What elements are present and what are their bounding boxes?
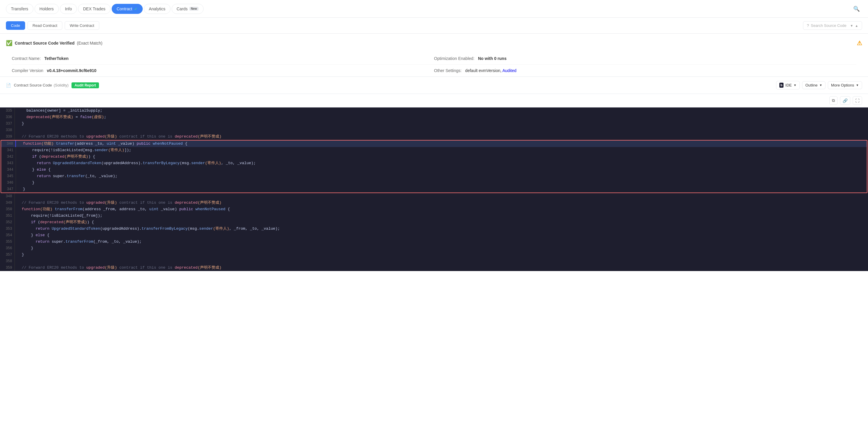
top-navigation: Transfers Holders Info DEX Trades Contra… bbox=[0, 0, 868, 18]
tab-info-label: Info bbox=[65, 6, 72, 11]
contract-verified-icon: ✓ bbox=[134, 6, 138, 11]
audit-report-button[interactable]: Audit Report bbox=[71, 83, 99, 88]
contract-name-col: Contract Name: TetherToken bbox=[12, 56, 434, 61]
write-contract-button[interactable]: Write Contract bbox=[65, 21, 99, 30]
settings-label: Other Settings: bbox=[434, 68, 462, 73]
verified-badge: ✅ Contract Source Code Verified (Exact M… bbox=[6, 39, 862, 46]
settings-value: default evmVersion, Audited bbox=[465, 68, 517, 73]
code-line-354: 354 } else { bbox=[0, 232, 868, 238]
exact-match-text: (Exact Match) bbox=[77, 41, 102, 45]
cards-new-badge: New bbox=[189, 7, 198, 11]
more-options-chevron-icon: ▼ bbox=[856, 84, 859, 87]
tab-contract[interactable]: Contract ✓ bbox=[112, 4, 143, 14]
search-source-label: Search Source Code bbox=[811, 23, 848, 28]
tab-analytics[interactable]: Analytics bbox=[144, 4, 170, 14]
code-line-346: 346 } bbox=[1, 180, 867, 186]
code-line-353: 353 return UpgradedStandardToken(upgrade… bbox=[0, 226, 868, 232]
copy-code-button[interactable]: ⧉ bbox=[829, 96, 838, 105]
code-line-355: 355 return super.transferFrom(_from, _to… bbox=[0, 238, 868, 245]
code-line-342: 342 if (deprecated(声明不赞成)) { bbox=[1, 154, 867, 160]
compiler-col: Compiler Version v0.4.18+commit.9cf6e910 bbox=[12, 68, 434, 73]
compiler-row: Compiler Version v0.4.18+commit.9cf6e910… bbox=[12, 65, 856, 76]
code-line-336: 336 deprecated(声明不赞成) = false(虚假); bbox=[0, 114, 868, 121]
code-line-345: 345 return super.transfer(_to, _value); bbox=[1, 173, 867, 180]
code-line-350: 350 function(功能) transferFrom(address _f… bbox=[0, 206, 868, 213]
code-line-340: 340 function(功能) transfer(address _to, u… bbox=[1, 140, 867, 147]
compiler-value: v0.4.18+commit.9cf6e910 bbox=[47, 68, 97, 73]
settings-col: Other Settings: default evmVersion, Audi… bbox=[434, 68, 856, 73]
ide-logo-icon: b bbox=[779, 83, 784, 88]
code-line-352: 352 if (deprecated(声明不赞成)) { bbox=[0, 219, 868, 226]
code-editor[interactable]: 335 balances[owner] = _initialSupply; 33… bbox=[0, 107, 868, 271]
code-line-348: 348 bbox=[0, 193, 868, 200]
code-line-344: 344 } else { bbox=[1, 166, 867, 173]
global-search-icon[interactable]: 🔍 bbox=[851, 3, 862, 14]
tab-dex-trades-label: DEX Trades bbox=[83, 6, 105, 11]
code-line-357: 357 } bbox=[0, 252, 868, 258]
code-line-349: 349 // Forward ERC20 methods to upgraded… bbox=[0, 200, 868, 206]
code-line-359: 359 // Forward ERC20 methods to upgraded… bbox=[0, 264, 868, 271]
share-code-button[interactable]: 🔗 bbox=[840, 96, 850, 105]
tab-transfers[interactable]: Transfers bbox=[6, 4, 33, 14]
tab-info[interactable]: Info bbox=[60, 4, 77, 14]
tab-contract-label: Contract bbox=[117, 6, 132, 11]
chevron-down-icon: ▼ bbox=[850, 24, 853, 28]
chevron-up-icon: ▲ bbox=[855, 24, 858, 28]
verified-check-icon: ✅ bbox=[6, 40, 12, 46]
tab-dex-trades[interactable]: DEX Trades bbox=[78, 4, 110, 14]
code-line-358: 358 bbox=[0, 258, 868, 264]
code-line-347: 347 } bbox=[1, 186, 867, 192]
outline-chevron-icon: ▼ bbox=[819, 84, 822, 87]
source-code-header: 📄 Contract Source Code (Solidity) Audit … bbox=[0, 76, 868, 94]
search-source-code[interactable]: ? Search Source Code ▼ ▲ bbox=[803, 21, 862, 30]
outline-button[interactable]: Outline ▼ bbox=[802, 81, 826, 89]
fullscreen-button[interactable]: ⛶ bbox=[852, 96, 862, 105]
file-icon: 📄 bbox=[6, 83, 11, 88]
code-line-351: 351 require(!isBlackListed[_from]); bbox=[0, 213, 868, 219]
code-line-337: 337 } bbox=[0, 121, 868, 127]
code-button[interactable]: Code bbox=[6, 21, 25, 30]
tab-transfers-label: Transfers bbox=[11, 6, 28, 11]
more-options-button[interactable]: More Options ▼ bbox=[828, 81, 862, 89]
source-code-title: Contract Source Code (Solidity) bbox=[14, 83, 68, 87]
read-contract-button[interactable]: Read Contract bbox=[28, 21, 62, 30]
optimization-value: No with 0 runs bbox=[478, 56, 506, 61]
tab-cards-label: Cards bbox=[177, 6, 188, 11]
source-actions: b IDE ▼ Outline ▼ More Options ▼ bbox=[776, 81, 862, 90]
code-line-338: 338 bbox=[0, 127, 868, 133]
code-line-339: 339 // Forward ERC20 methods to upgraded… bbox=[0, 133, 868, 140]
code-line-341: 341 require(!isBlackListed[msg.sender(寄件… bbox=[1, 147, 867, 154]
ide-button[interactable]: b IDE ▼ bbox=[776, 81, 800, 90]
warning-icon: ⚠ bbox=[857, 39, 862, 46]
tab-holders-label: Holders bbox=[39, 6, 54, 11]
code-line-335: 335 balances[owner] = _initialSupply; bbox=[0, 107, 868, 114]
optimization-col: Optimization Enabled: No with 0 runs bbox=[434, 56, 856, 61]
ide-chevron-icon: ▼ bbox=[794, 84, 797, 87]
contract-name-label: Contract Name: bbox=[12, 56, 41, 61]
optimization-label: Optimization Enabled: bbox=[434, 56, 474, 61]
audited-link[interactable]: Audited bbox=[502, 68, 516, 73]
compiler-label: Compiler Version bbox=[12, 68, 43, 73]
sub-toolbar: Code Read Contract Write Contract ? Sear… bbox=[0, 18, 868, 34]
contract-name-row: Contract Name: TetherToken Optimization … bbox=[12, 53, 856, 65]
tab-cards[interactable]: Cards New bbox=[172, 4, 204, 14]
contract-info-section: ✅ Contract Source Code Verified (Exact M… bbox=[0, 34, 868, 76]
contract-name-value: TetherToken bbox=[44, 56, 68, 61]
code-line-343: 343 return UpgradedStandardToken(upgrade… bbox=[1, 160, 867, 166]
contract-details: Contract Name: TetherToken Optimization … bbox=[6, 53, 862, 76]
question-icon: ? bbox=[807, 23, 809, 28]
resize-handle[interactable]: ⌟ bbox=[864, 267, 868, 271]
tab-analytics-label: Analytics bbox=[149, 6, 165, 11]
verified-text: Contract Source Code Verified bbox=[15, 41, 74, 45]
tab-holders[interactable]: Holders bbox=[35, 4, 59, 14]
highlighted-block: 340 function(功能) transfer(address _to, u… bbox=[1, 140, 867, 193]
code-line-356: 356 } bbox=[0, 245, 868, 252]
